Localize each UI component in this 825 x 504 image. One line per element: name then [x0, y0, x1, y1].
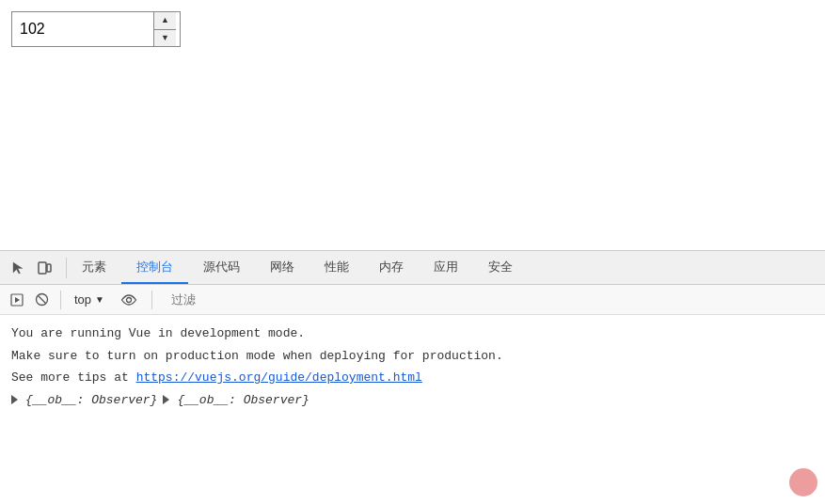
console-toolbar: top ▼ — [0, 285, 825, 315]
console-message-2: Make sure to turn on production mode whe… — [11, 345, 814, 368]
devtools-panel: 元素 控制台 源代码 网络 性能 内存 应用 安全 — [0, 250, 825, 504]
tab-network[interactable]: 网络 — [255, 251, 309, 284]
tab-sources[interactable]: 源代码 — [188, 251, 255, 284]
tab-application[interactable]: 应用 — [419, 251, 473, 284]
tab-console[interactable]: 控制台 — [121, 251, 188, 284]
bottom-circle-decoration — [789, 468, 817, 496]
console-message-3: See more tips at https://vuejs.org/guide… — [11, 367, 814, 389]
content-area: 102 ▲ ▼ — [0, 0, 825, 254]
svg-marker-3 — [15, 297, 20, 303]
console-output: You are running Vue in development mode.… — [0, 315, 825, 504]
spinner-down-button[interactable]: ▼ — [154, 30, 176, 47]
devtools-toolbar: 元素 控制台 源代码 网络 性能 内存 应用 安全 — [0, 251, 825, 285]
svg-rect-1 — [47, 264, 51, 272]
console-objects-line: {__ob__: Observer} {__ob__: Observer} — [11, 393, 814, 407]
object-token-2: {__ob__: Observer} — [177, 393, 309, 407]
object-token-1: {__ob__: Observer} — [25, 393, 157, 407]
number-input-wrapper: 102 ▲ ▼ — [11, 11, 181, 47]
spinner-up-button[interactable]: ▲ — [154, 12, 176, 30]
svg-rect-0 — [39, 262, 46, 274]
filter-divider — [151, 291, 152, 309]
expand-object-1-icon[interactable] — [11, 395, 18, 404]
devtools-tabs: 元素 控制台 源代码 网络 性能 内存 应用 安全 — [67, 251, 817, 284]
toolbar-icon-group — [8, 258, 67, 278]
console-message-1: You are running Vue in development mode. — [11, 323, 814, 345]
dropdown-arrow-icon: ▼ — [95, 294, 104, 305]
filter-input[interactable] — [164, 291, 817, 308]
tab-memory[interactable]: 内存 — [364, 251, 419, 284]
svg-point-6 — [126, 297, 131, 302]
cursor-icon[interactable] — [8, 258, 28, 278]
play-icon[interactable] — [8, 291, 26, 309]
responsive-icon[interactable] — [34, 258, 55, 278]
top-dropdown[interactable]: top ▼ — [69, 291, 110, 308]
expand-object-2-icon[interactable] — [163, 395, 169, 404]
console-icon-group — [8, 291, 61, 309]
tab-elements[interactable]: 元素 — [67, 251, 121, 284]
eye-icon[interactable] — [118, 289, 140, 311]
tab-security[interactable]: 安全 — [473, 251, 528, 284]
number-input[interactable]: 102 — [12, 12, 153, 46]
deployment-link[interactable]: https://vuejs.org/guide/deployment.html — [136, 370, 422, 385]
block-icon[interactable] — [32, 291, 51, 309]
tab-performance[interactable]: 性能 — [309, 251, 364, 284]
svg-line-5 — [38, 296, 45, 304]
spinner-buttons: ▲ ▼ — [153, 12, 176, 46]
